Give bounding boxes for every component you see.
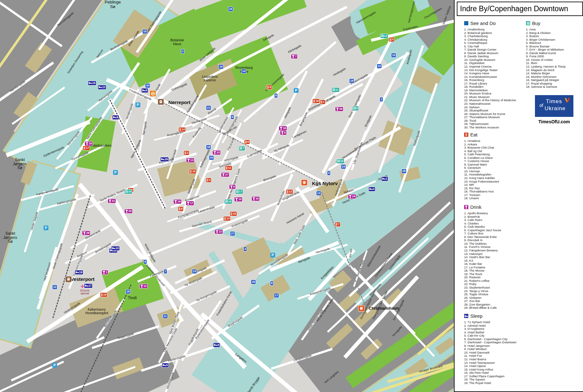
legend-sleep-icon bbox=[464, 314, 468, 318]
logo-of: of bbox=[539, 103, 543, 108]
marker-drink-17: 17 bbox=[186, 201, 194, 205]
marker-eat-4: 4 bbox=[206, 178, 211, 182]
map-title: Indre By/Copenhagen Downtown bbox=[457, 2, 583, 16]
marker-seedo-5: 5 bbox=[231, 115, 234, 119]
parking-icon: P bbox=[270, 253, 275, 257]
marker-seedo-28: 28 bbox=[126, 290, 130, 294]
marker-sleep-6: 6 bbox=[213, 343, 220, 347]
marker-seedo-1: 1 bbox=[380, 97, 383, 102]
legend-item: 12. Lysberg, Hansen & Therp bbox=[526, 65, 583, 69]
marker-buy-10: 10 bbox=[337, 159, 344, 163]
marker-sleep-10: 10 bbox=[111, 246, 119, 250]
marker-seedo-16: 16 bbox=[219, 65, 223, 69]
legend-item: 19. The Royal Hotel bbox=[464, 381, 525, 385]
marker-seedo-19: 19 bbox=[349, 79, 354, 83]
marker-seedo-3: 3 bbox=[327, 171, 330, 175]
marker-seedo-30: 30 bbox=[145, 84, 150, 88]
st0-shape bbox=[154, 128, 198, 141]
marker-sleep-8: 8 bbox=[112, 115, 119, 119]
marker-seedo-7: 7 bbox=[164, 269, 167, 274]
st0-shape bbox=[68, 244, 88, 289]
legend-section-buy: Buy1. Area2. Bang & Olufsen3. Bodum4. Bi… bbox=[526, 20, 583, 89]
marker-seedo-25: 25 bbox=[402, 169, 406, 173]
legend-item: 23. Studenterhuset bbox=[464, 286, 525, 290]
st0-shape bbox=[88, 184, 138, 208]
times-of-ukraine-logo: Times of Ukraine bbox=[535, 95, 573, 117]
marker-eat-6: 6 bbox=[178, 207, 183, 211]
legend-item: 30. The Workers museum bbox=[464, 126, 525, 129]
marker-sleep-15: 15 bbox=[88, 81, 96, 85]
marker-drink-28: 28 bbox=[82, 231, 90, 235]
marker-seedo-10: 10 bbox=[143, 29, 147, 34]
legend-item: 29. Ørsted Ølbar & Cafe bbox=[464, 306, 525, 310]
station-metro-icon bbox=[301, 180, 307, 185]
st0-shape bbox=[78, 183, 143, 259]
st0-shape bbox=[167, 206, 209, 223]
marker-buy-11: 11 bbox=[332, 88, 339, 92]
marker-seedo-23: 23 bbox=[192, 269, 197, 274]
marker-seedo-22: 22 bbox=[377, 64, 382, 68]
legend-item: 12. Kong Hans Kælder bbox=[464, 176, 525, 180]
marker-sleep-9: 9 bbox=[142, 88, 148, 93]
marker-sleep-16: 16 bbox=[160, 157, 168, 161]
legend-section-title: See and Do bbox=[470, 20, 496, 26]
marker-seedo-14: 14 bbox=[242, 69, 246, 73]
st0-shape bbox=[183, 285, 230, 308]
marker-drink-19: 19 bbox=[174, 200, 181, 204]
marker-seedo-4: 4 bbox=[244, 247, 247, 251]
legend-item: 12. Imperial Cinema bbox=[464, 65, 525, 69]
copenhagen-map-page: { "title": "Indre By/Copenhagen Downtown… bbox=[0, 0, 583, 392]
marker-seedo-6: 6 bbox=[144, 260, 147, 264]
legend-item: 1. 71 Nyhavn Hotel bbox=[464, 321, 525, 324]
station-metro-icon bbox=[358, 306, 364, 311]
legend-item: 12. Hotel Ibsens bbox=[464, 358, 525, 361]
marker-buy-12: 12 bbox=[381, 34, 388, 38]
legend-section-title: Buy bbox=[532, 20, 540, 26]
station-metro-icon bbox=[158, 99, 164, 105]
marker-seedo-13: 13 bbox=[316, 191, 321, 195]
medical-cross-icon: ✚ bbox=[81, 284, 84, 289]
marker-seedo-20: 20 bbox=[209, 156, 214, 160]
marker-drink-8: 8 bbox=[280, 131, 286, 135]
marker-eat-14: 14 bbox=[179, 127, 185, 132]
parking-icon: P bbox=[44, 225, 48, 230]
logo-times: Times bbox=[546, 98, 562, 105]
marker-seedo-21: 21 bbox=[206, 106, 211, 110]
marker-drink-7: 7 bbox=[291, 54, 297, 59]
marker-eat-5: 5 bbox=[389, 37, 394, 42]
marker-drink-12: 12 bbox=[140, 284, 147, 288]
marker-seedo-12: 12 bbox=[53, 285, 57, 289]
marker-drink-13: 13 bbox=[186, 158, 194, 162]
legend-section-title: Sleep bbox=[470, 313, 482, 319]
legend-item: 14. Heidi's Bier Bar bbox=[464, 256, 525, 259]
marker-buy-18: 18 bbox=[125, 190, 132, 194]
legend-section-eat: Eat1. Amadeus2. Ankara3. Brasserie Chit … bbox=[464, 132, 525, 200]
website-url: TimesOfU.com bbox=[535, 119, 573, 124]
marker-buy-16: 16 bbox=[225, 200, 232, 204]
marker-buy-7: 7 bbox=[239, 146, 245, 151]
legend-item: 1. Area bbox=[526, 28, 583, 31]
marker-drink-20: 20 bbox=[125, 209, 132, 213]
legend-item: 23. Nationalmuseet bbox=[464, 102, 525, 106]
marker-seedo-15: 15 bbox=[391, 53, 396, 57]
station-stog-icon bbox=[150, 91, 156, 96]
legend-item: 1. Amalienborg bbox=[464, 28, 525, 31]
marker-drink-22: 22 bbox=[215, 230, 223, 234]
station-metro-icon bbox=[66, 276, 71, 282]
legend-buy-icon bbox=[526, 21, 530, 25]
street-label: Klerkegade bbox=[288, 44, 302, 54]
legend-item: 18. Umami bbox=[464, 197, 525, 200]
marker-seedo-27: 27 bbox=[230, 232, 235, 236]
st0-shape bbox=[351, 131, 367, 170]
legend-see-icon bbox=[464, 21, 468, 25]
marker-sleep-5: 5 bbox=[162, 363, 168, 367]
parking-icon: P bbox=[52, 363, 57, 368]
doctors-special-label: Doctors special bbox=[80, 289, 89, 295]
marker-sleep-12: 12 bbox=[98, 85, 106, 89]
marker-eat-9: 9 bbox=[267, 85, 272, 89]
marker-eat-17: 17 bbox=[83, 146, 90, 150]
marker-eat-15: 15 bbox=[189, 169, 196, 174]
marker-seedo-2: 2 bbox=[181, 49, 184, 53]
marker-drink-29: 29 bbox=[85, 142, 93, 146]
marker-sleep-17: 17 bbox=[84, 284, 92, 288]
